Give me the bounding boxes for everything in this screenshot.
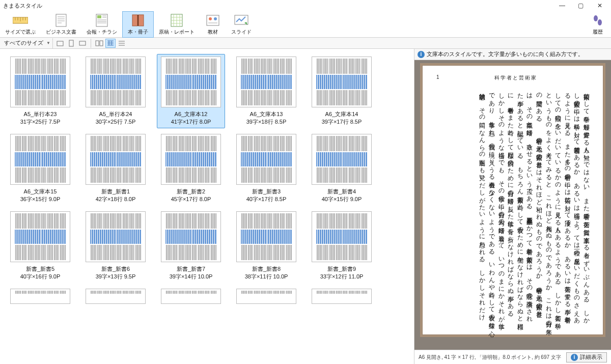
history-label: 履歴 [593,29,603,36]
svg-point-30 [214,17,217,20]
size-filter-dropdown[interactable]: すべてのサイズ ▼ [0,38,53,48]
titlebar: きまるスタイル — ▢ ✕ [0,0,611,11]
style-card[interactable]: A5_単行本23 31字×25行 7.5P [6,54,74,128]
card-spec: 30字×25行 7.5P [96,118,136,126]
slide-icon [233,13,249,27]
style-card[interactable]: A5_単行本24 30字×25行 7.5P [81,54,150,128]
style-thumbnail [10,134,70,185]
tab-manuscript[interactable]: 原稿・レポート [154,11,200,38]
svg-rect-19 [138,15,144,26]
window-title: きまるスタイル [1,2,553,10]
svg-rect-12 [97,15,101,18]
newsletter-icon [94,13,110,27]
style-card[interactable] [81,286,150,306]
detail-btn-label: 詳細表示 [580,353,602,361]
card-spec: 36字×15行 9.0P [20,195,61,203]
card-spec: 39字×14行 10.0P [170,273,213,281]
card-spec: 39字×17行 8.5P [322,118,362,126]
svg-rect-18 [132,15,137,26]
orient-landscape-icon[interactable] [77,39,88,48]
tab-label: 本・冊子 [128,29,148,36]
card-name: A6_文庫本15 [24,188,57,195]
minimize-button[interactable]: — [553,0,571,11]
card-name: 新書_新書3 [252,188,281,195]
card-name: 新書_新書7 [177,265,205,273]
maximize-button[interactable]: ▢ [571,0,590,11]
tab-business[interactable]: ビジネス文書 [41,11,81,38]
orient-portrait-icon[interactable] [66,39,76,48]
footprint-icon [590,13,606,27]
tab-newsletter[interactable]: 会報・チラシ [81,11,122,38]
card-name: 新書_新書8 [252,265,281,273]
style-thumbnail [236,289,296,304]
card-name: A6_文庫本14 [325,110,358,118]
size-filter-value: すべてのサイズ [4,39,43,47]
info-icon: i [571,354,578,361]
style-card[interactable] [308,286,376,306]
card-name: 新書_新書5 [26,265,54,273]
style-gallery[interactable]: A5_単行本23 31字×25行 7.5P A5_単行本24 30字×25行 7… [0,49,414,364]
style-thumbnail [161,289,221,304]
preview-meta-bar: A6 見開き, 41 字 × 17 行, 「游明朝」8.0 ポイント, 約 69… [414,350,611,364]
view-facing-icon[interactable] [94,39,104,48]
card-spec: 39字×18行 8.5P [246,118,287,126]
tab-label: 会報・チラシ [87,29,117,36]
chevron-down-icon: ▼ [46,41,50,45]
style-card[interactable]: A6_文庫本15 36字×15行 9.0P [6,131,74,206]
card-name: A5_単行本23 [24,110,57,118]
style-card[interactable]: A6_文庫本12 41字×17行 8.0P [157,54,225,128]
main-toolbar: サイズで選ぶ ビジネス文書 会報・チラシ 本・冊子 原稿・レポート 教材 スライ… [0,11,611,38]
style-thumbnail [161,211,221,262]
preview-description-text: 文庫本のスタイルです。文字量が多いものに向く組み方です。 [427,50,584,58]
style-card[interactable]: A6_文庫本13 39字×18行 8.5P [232,54,300,128]
style-card[interactable]: 新書_新書3 40字×17行 8.5P [232,131,300,206]
style-thumbnail [312,57,372,107]
style-thumbnail [86,57,146,107]
svg-rect-35 [57,41,63,46]
card-spec: 33字×12行 11.0P [320,273,364,281]
history-button[interactable]: 履歴 [585,11,611,38]
style-card[interactable]: 新書_新書6 39字×13行 9.5P [81,209,150,283]
card-spec: 31字×25行 7.5P [20,118,61,126]
style-card[interactable]: 新書_新書8 38字×11行 10.0P [232,209,300,283]
preview-stage: 1 科学者と芸術家 芸術家にして科学を理解し愛好する人も無いではない。また科学者… [414,60,611,350]
card-name: 新書_新書9 [327,265,356,273]
orientation-buttons [53,39,90,48]
page-number: 1 [436,74,440,80]
tab-label: 教材 [208,29,218,36]
style-card[interactable]: 新書_新書5 40字×16行 9.0P [6,209,74,283]
info-icon: i [418,51,425,58]
card-name: 新書_新書6 [101,265,130,273]
style-card[interactable]: 新書_新書2 45字×17行 8.0P [157,131,225,206]
view-list-icon[interactable] [117,39,127,48]
svg-rect-37 [79,41,86,45]
card-spec: 40字×16行 9.0P [20,273,61,281]
style-card[interactable] [232,286,300,306]
book-icon [130,13,146,27]
style-card[interactable]: 新書_新書7 39字×14行 10.0P [157,209,225,283]
style-card[interactable]: 新書_新書1 42字×18行 8.0P [81,131,150,206]
orient-auto-icon[interactable] [55,39,65,48]
grid-icon [169,13,185,27]
card-name: A6_文庫本13 [250,110,283,118]
card-spec: 39字×13行 9.5P [96,273,136,281]
tab-slide[interactable]: スライド [226,11,257,38]
svg-rect-6 [56,14,66,26]
style-card[interactable] [157,286,225,306]
svg-point-29 [209,17,212,20]
tab-book[interactable]: 本・冊子 [122,11,154,38]
close-button[interactable]: ✕ [590,0,610,11]
style-card[interactable]: A6_文庫本14 39字×17行 8.5P [308,54,376,128]
style-card[interactable]: 新書_新書4 40字×15行 9.0P [308,131,376,206]
style-thumbnail [161,57,221,107]
style-thumbnail [312,289,372,304]
style-card[interactable]: 新書_新書9 33字×12行 11.0P [308,209,376,283]
tab-label: 原稿・レポート [159,29,195,36]
detail-view-button[interactable]: i 詳細表示 [566,352,607,362]
style-card[interactable] [6,286,74,306]
view-grid-icon[interactable] [105,39,116,48]
style-thumbnail [86,211,146,262]
preview-pane: i 文庫本のスタイルです。文字量が多いものに向く組み方です。 1 科学者と芸術家… [414,49,611,364]
tab-size[interactable]: サイズで選ぶ [0,11,41,38]
tab-teaching[interactable]: 教材 [200,11,226,38]
